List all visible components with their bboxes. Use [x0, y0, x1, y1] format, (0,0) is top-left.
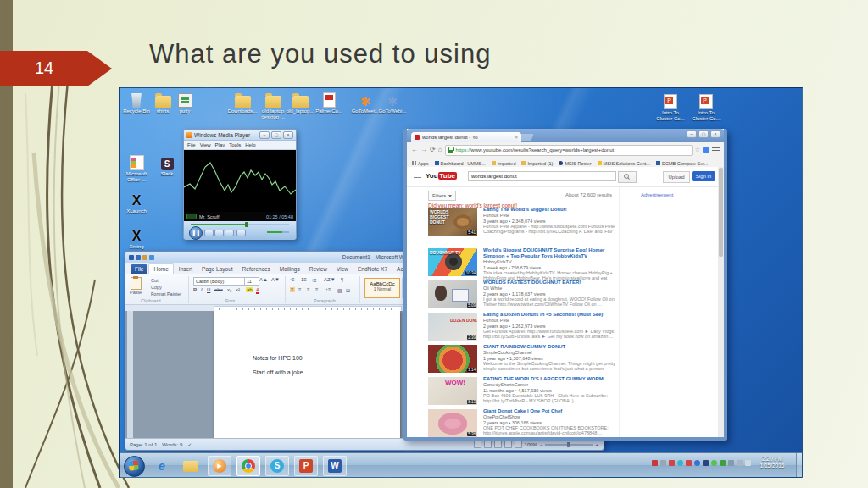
word-count[interactable]: Words: 9 — [162, 442, 182, 447]
bookmark-msis-solutions[interactable]: MSIS Solutions Cent... — [598, 161, 650, 166]
zoom-slider[interactable] — [545, 444, 593, 446]
video-result[interactable]: 5:38 Giant Donut Cake | One Pot Chef One… — [428, 408, 619, 437]
spellcheck-icon[interactable]: ✓ — [187, 441, 192, 447]
page-count[interactable]: Page: 1 of 1 — [130, 442, 157, 447]
video-title[interactable]: Eating The World's Biggest Donut! — [483, 207, 617, 213]
mute-button[interactable] — [236, 230, 246, 236]
desktop-icon-putty[interactable]: putty — [168, 90, 202, 114]
tab-endnote[interactable]: EndNote X7 — [353, 264, 392, 274]
numbering-button[interactable]: 1≡ — [301, 277, 307, 282]
start-button[interactable] — [124, 456, 145, 477]
reload-button[interactable]: ⟳ — [430, 146, 436, 154]
undo-icon[interactable] — [142, 255, 147, 260]
desktop-icon-slack[interactable]: S Slack — [150, 152, 184, 177]
tab-file[interactable]: File — [131, 264, 147, 274]
video-title[interactable]: Giant Donut Cake | One Pot Chef — [483, 408, 617, 414]
desktop-icon-intro-cluster-2[interactable]: Intro To Cluster Co... — [689, 92, 723, 122]
tab-page-layout[interactable]: Page Layout — [198, 264, 237, 274]
outline-view-button[interactable] — [504, 441, 512, 448]
align-right-button[interactable]: ≡ — [307, 287, 310, 292]
show-desktop-button[interactable] — [796, 453, 803, 478]
next-button[interactable] — [225, 230, 234, 236]
taskbar-explorer[interactable] — [179, 456, 203, 476]
tab-insert[interactable]: Insert — [175, 264, 197, 274]
taskbar-clock[interactable]: 2:20 PM 1/15/2016 — [753, 456, 792, 469]
align-center-button[interactable]: ≡ — [298, 287, 302, 292]
minimize-button[interactable]: – — [687, 130, 697, 138]
network-icon[interactable] — [745, 460, 751, 466]
filters-button[interactable]: Filters — [428, 191, 456, 201]
fullscreen-view-button[interactable] — [484, 441, 492, 448]
video-thumbnail[interactable]: 5:09 — [428, 280, 477, 308]
copy-button[interactable]: Copy — [151, 285, 162, 290]
bookmark-apps[interactable]: Apps — [412, 161, 429, 166]
save-icon[interactable] — [136, 255, 141, 260]
multilevel-list-button[interactable]: ⁝≡ — [312, 277, 316, 283]
tray-icon[interactable] — [711, 460, 717, 466]
system-tray[interactable] — [652, 460, 751, 466]
youtube-search-input[interactable] — [468, 171, 616, 181]
hamburger-menu-icon[interactable] — [414, 175, 421, 180]
back-button[interactable]: ← — [411, 146, 418, 154]
address-bar[interactable]: https://www.youtube.com/results?search_q… — [445, 145, 693, 156]
bookmark-imported-1[interactable]: Imported (1) — [521, 161, 553, 166]
video-title[interactable]: GIANT RAINBOW GUMMY DONUT — [483, 344, 617, 350]
bookmark-dashboard[interactable]: Dashboard - UMMS... — [435, 161, 486, 166]
video-thumbnail[interactable]: DOZEN DONUT 2:39 — [428, 313, 477, 341]
tray-icon[interactable] — [703, 460, 709, 466]
forward-button[interactable]: → — [420, 146, 427, 154]
new-tab-button[interactable] — [517, 134, 533, 141]
close-button[interactable]: × — [710, 130, 721, 138]
video-result[interactable]: WORLDS BIGGEST DONUT 5:41 Eating The Wor… — [428, 206, 619, 245]
subscript-button[interactable]: x₂ — [227, 287, 231, 292]
bookmark-dcmb[interactable]: DCMB Compute Ser... — [656, 161, 708, 166]
advertisement-label[interactable]: Advertisement — [641, 192, 673, 197]
video-title[interactable]: Eating a Dozen Donuts in 45 Seconds! (Mu… — [483, 312, 617, 318]
tray-icon[interactable] — [669, 460, 675, 466]
strikethrough-button[interactable]: abc — [214, 287, 223, 292]
previous-button[interactable] — [214, 230, 224, 236]
superscript-button[interactable]: x² — [236, 287, 240, 292]
desktop-icon-xlaunch[interactable]: X XLaunch — [120, 190, 153, 214]
tab-review[interactable]: Review — [305, 264, 331, 274]
maximize-button[interactable]: ▢ — [698, 130, 709, 138]
video-title[interactable]: WORLDS FASTEST DOUGHNUT EATER! — [483, 280, 617, 286]
desktop-icon-gotowebinar[interactable]: ✱ GoToWebi... — [376, 90, 409, 114]
volume-slider[interactable] — [267, 231, 289, 233]
menu-help[interactable]: Help — [245, 142, 255, 147]
zoom-level[interactable]: 100% — [525, 442, 537, 447]
seek-slider[interactable] — [191, 224, 289, 225]
maximize-button[interactable]: ▢ — [271, 131, 281, 139]
draft-view-button[interactable] — [515, 441, 522, 448]
stop-button[interactable] — [204, 230, 214, 236]
bookmark-msis-roster[interactable]: MSIS Roster — [559, 161, 591, 166]
browser-sync-icon[interactable] — [703, 147, 709, 153]
close-button[interactable]: × — [283, 131, 293, 139]
format-painter-button[interactable]: Format Painter — [151, 291, 181, 297]
desktop-icon-downloads[interactable]: Downloads... — [225, 90, 259, 114]
taskbar-word[interactable]: W — [323, 456, 347, 476]
menu-tools[interactable]: Tools — [229, 142, 241, 147]
desktop-icon-xming[interactable]: X Xming — [120, 225, 153, 250]
justify-button[interactable]: ≡ — [315, 287, 319, 292]
pause-button[interactable]: ❚❚ — [189, 226, 203, 240]
print-layout-view-button[interactable] — [474, 441, 481, 448]
quick-access-toolbar[interactable] — [129, 255, 154, 260]
youtube-search-button[interactable] — [618, 171, 637, 183]
desktop-icon-palmerco-pdf[interactable]: PalmerCo... — [312, 90, 346, 114]
video-thumbnail[interactable]: 3:14 — [428, 345, 477, 373]
battery-icon[interactable] — [737, 460, 743, 466]
paste-button[interactable]: Paste — [130, 277, 142, 295]
tab-view[interactable]: View — [332, 264, 353, 274]
document-page[interactable]: Notes for HPC 100 Start off with a joke. — [214, 311, 400, 439]
font-name-select[interactable]: Calibri (Body) — [193, 277, 246, 286]
taskbar-powerpoint[interactable]: P — [294, 456, 318, 476]
tray-icon[interactable] — [652, 460, 658, 466]
cut-button[interactable]: Cut — [151, 278, 159, 283]
chrome-titlebar[interactable]: worlds largest donut - Yo × – ▢ × — [407, 129, 724, 142]
taskbar-skype[interactable]: S — [265, 456, 289, 476]
desktop-icon-intro-cluster-1[interactable]: Intro To Cluster Co... — [654, 92, 687, 122]
home-button[interactable]: ⌂ — [438, 146, 442, 154]
tab-references[interactable]: References — [238, 264, 275, 274]
borders-button[interactable]: ⊞ — [346, 287, 350, 293]
